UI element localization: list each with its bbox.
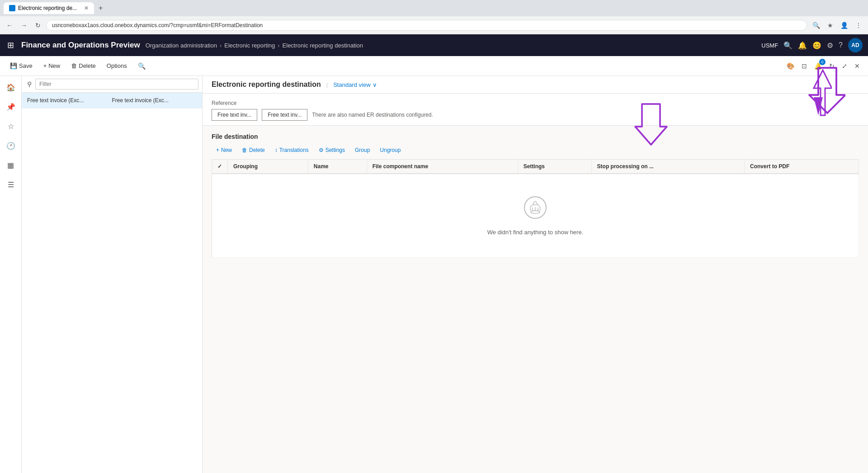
left-nav: 🏠 📌 ☆ 🕐 ▦ ☰ <box>0 76 22 473</box>
toolbar: 💾 Save + New 🗑 Delete Options 🔍 🎨 ⊡ 🔔 0 … <box>0 56 868 76</box>
breadcrumb-sep-2: › <box>278 42 279 49</box>
col-stop-processing: Stop processing on ... <box>591 160 744 174</box>
nav-icons: 🔍 ★ 👤 ⋮ <box>810 20 864 31</box>
recent-icon[interactable]: 🕐 <box>3 138 19 154</box>
reference-content: Free text inv... Free text inv... There … <box>212 109 859 121</box>
notification-badge: 🔔 0 <box>811 60 825 72</box>
browser-search-button[interactable]: 🔍 <box>810 20 823 31</box>
view-selector[interactable]: Standard view ∨ <box>333 81 377 88</box>
new-icon: + <box>43 62 47 69</box>
col-grouping: Grouping <box>228 160 308 174</box>
address-bar[interactable]: usnconeboxax1aos.cloud.onebox.dynamics.c… <box>46 20 807 31</box>
bookmark-button[interactable]: ★ <box>825 20 836 31</box>
empty-state-cell: We didn't find anything to show here. <box>212 174 859 258</box>
fd-group-label: Group <box>355 147 370 153</box>
back-button[interactable]: ← <box>4 20 15 31</box>
new-button[interactable]: + New <box>39 60 65 72</box>
save-button[interactable]: 💾 Save <box>5 60 37 72</box>
fd-group-button[interactable]: Group <box>350 145 374 156</box>
fd-ungroup-button[interactable]: Ungroup <box>375 145 405 156</box>
breadcrumb-org-admin[interactable]: Organization administration <box>146 42 217 49</box>
settings-icon[interactable]: ⚙ <box>827 41 833 50</box>
fd-settings-label: Settings <box>326 147 345 153</box>
fd-ungroup-label: Ungroup <box>380 147 401 153</box>
page-title: Electronic reporting destination <box>212 80 321 89</box>
filter-icon[interactable]: ⚲ <box>25 79 33 90</box>
browser-nav: ← → ↻ usnconeboxax1aos.cloud.onebox.dyna… <box>0 16 868 34</box>
fd-translations-icon: ↕ <box>275 147 278 153</box>
list-item[interactable]: Free text invoice (Exc... Free text invo… <box>22 93 202 109</box>
breadcrumb-electronic-reporting[interactable]: Electronic reporting <box>224 42 275 49</box>
fd-delete-label: Delete <box>249 147 265 153</box>
help-icon[interactable]: ? <box>839 41 843 49</box>
dest-table: ✓ Grouping Name File component name Sett… <box>212 159 859 258</box>
fd-new-button[interactable]: + New <box>212 145 236 156</box>
open-new-window-button[interactable]: ⤢ <box>839 60 850 72</box>
forward-button[interactable]: → <box>18 20 30 31</box>
refresh-data-button[interactable]: ↻ <box>826 60 837 72</box>
table-header-row: ✓ Grouping Name File component name Sett… <box>212 160 859 174</box>
new-tab-button[interactable]: + <box>96 3 105 13</box>
breadcrumb: Organization administration › Electronic… <box>146 42 363 49</box>
star-nav-icon[interactable]: ☆ <box>4 118 18 134</box>
col-file-component: File component name <box>367 160 518 174</box>
more-button[interactable]: ⋮ <box>853 20 864 31</box>
filter-input[interactable] <box>35 79 198 90</box>
section-title: File destination <box>212 133 859 140</box>
refresh-button[interactable]: ↻ <box>33 20 43 31</box>
col-name: Name <box>308 160 367 174</box>
file-dest-toolbar: + New 🗑 Delete ↕ Translations ⚙ Settings… <box>212 145 859 156</box>
chat-icon[interactable]: 😊 <box>812 41 821 50</box>
app-bar: ⊞ Finance and Operations Preview Organiz… <box>0 34 868 56</box>
app-bar-right: USMF 🔍 🔔 😊 ⚙ ? AD <box>761 38 863 52</box>
notif-count: 0 <box>819 59 826 65</box>
address-text: usnconeboxax1aos.cloud.onebox.dynamics.c… <box>52 22 263 28</box>
empty-state: We didn't find anything to show here. <box>217 178 853 254</box>
col-settings: Settings <box>518 160 591 174</box>
list-panel-toolbar: ⚲ <box>22 76 202 93</box>
delete-icon: 🗑 <box>71 62 77 69</box>
resize-handle[interactable] <box>200 76 202 473</box>
empty-state-icon <box>524 196 547 223</box>
app-grid-icon[interactable]: ⊞ <box>5 38 16 52</box>
user-avatar[interactable]: AD <box>848 38 863 52</box>
close-panel-button[interactable]: ✕ <box>852 60 863 72</box>
fd-settings-button[interactable]: ⚙ Settings <box>314 145 349 156</box>
page-header: Electronic reporting destination | Stand… <box>203 76 868 94</box>
fd-translations-button[interactable]: ↕ Translations <box>270 145 313 156</box>
fd-delete-button[interactable]: 🗑 Delete <box>237 145 269 156</box>
reference-button-1[interactable]: Free text inv... <box>212 109 257 121</box>
company-label: USMF <box>761 42 778 49</box>
page-header-sep: | <box>326 81 328 88</box>
close-tab-button[interactable]: ✕ <box>84 5 89 11</box>
app-title: Finance and Operations Preview <box>21 41 140 50</box>
notification-icon[interactable]: 🔔 <box>798 41 807 50</box>
workspace-icon[interactable]: ▦ <box>4 157 18 173</box>
delete-button[interactable]: 🗑 Delete <box>66 60 100 72</box>
toolbar-search-button[interactable]: 🔍 <box>135 60 148 72</box>
reference-label: Reference <box>212 100 859 106</box>
list-nav-icon[interactable]: ☰ <box>4 177 18 193</box>
search-icon[interactable]: 🔍 <box>783 41 793 50</box>
col-check: ✓ <box>212 160 228 174</box>
fd-new-label: New <box>221 147 232 153</box>
fd-new-icon: + <box>216 147 219 153</box>
breadcrumb-sep-1: › <box>220 42 222 49</box>
fd-settings-icon: ⚙ <box>319 147 324 153</box>
list-items: Free text invoice (Exc... Free text invo… <box>22 93 202 473</box>
save-icon: 💾 <box>10 62 17 69</box>
palette-button[interactable]: 🎨 <box>784 60 797 72</box>
options-button[interactable]: Options <box>102 60 132 72</box>
profile-button[interactable]: 👤 <box>838 20 851 31</box>
browser-tab[interactable]: Electronic reporting de... ✕ <box>4 2 94 14</box>
browser-chrome: Electronic reporting de... ✕ + <box>0 0 868 16</box>
home-icon[interactable]: 🏠 <box>3 80 19 95</box>
tab-favicon <box>9 5 15 11</box>
reference-button-2[interactable]: Free text inv... <box>262 109 307 121</box>
tab-title: Electronic reporting de... <box>18 5 77 11</box>
fullscreen-button[interactable]: ⊡ <box>799 60 810 72</box>
fd-translations-label: Translations <box>279 147 309 153</box>
toolbar-right: 🎨 ⊡ 🔔 0 ↻ ⤢ ✕ <box>784 60 863 72</box>
view-chevron-icon: ∨ <box>373 81 377 88</box>
pin-icon[interactable]: 📌 <box>3 99 19 115</box>
